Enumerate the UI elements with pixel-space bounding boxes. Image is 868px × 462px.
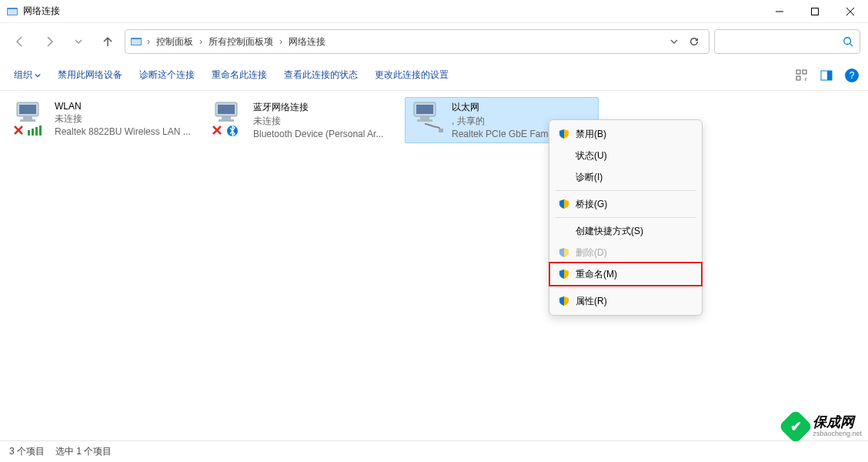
preview-pane-icon[interactable] xyxy=(820,69,833,82)
nav-bar: › 控制面板 › 所有控制面板项 › 网络连接 xyxy=(0,23,868,60)
address-icon xyxy=(130,35,142,48)
minimize-button[interactable] xyxy=(762,0,797,23)
chevron-right-icon: › xyxy=(198,36,204,47)
window-title: 网络连接 xyxy=(23,5,762,18)
shield-icon xyxy=(559,269,569,280)
shield-icon xyxy=(559,296,569,306)
item-count: 3 个项目 xyxy=(9,445,45,458)
svg-rect-38 xyxy=(439,129,443,132)
menu-separator xyxy=(556,190,696,191)
refresh-icon[interactable] xyxy=(689,36,699,47)
svg-rect-7 xyxy=(132,39,141,45)
adapter-status: 未连接 xyxy=(55,112,198,126)
menu-separator xyxy=(556,217,696,218)
network-adapter-icon xyxy=(211,101,246,129)
close-button[interactable] xyxy=(833,0,868,23)
chevron-down-icon xyxy=(35,72,41,79)
chevron-down-icon[interactable] xyxy=(670,38,678,45)
svg-point-14 xyxy=(805,79,806,81)
adapter-name: 蓝牙网络连接 xyxy=(253,101,396,114)
help-icon[interactable]: ? xyxy=(845,69,859,82)
svg-point-13 xyxy=(805,78,806,79)
search-icon xyxy=(843,36,853,47)
svg-rect-36 xyxy=(420,116,429,119)
change-settings-button[interactable]: 更改此连接的设置 xyxy=(370,65,453,85)
maximize-button[interactable] xyxy=(797,0,833,23)
svg-rect-18 xyxy=(19,105,36,114)
search-input[interactable] xyxy=(714,29,860,54)
svg-rect-29 xyxy=(222,116,231,119)
ctx-disable[interactable]: 禁用(B) xyxy=(549,123,702,145)
ctx-diagnose[interactable]: 诊断(I) xyxy=(549,166,702,188)
adapter-item-bluetooth[interactable]: 蓝牙网络连接 未连接 Bluetooth Device (Personal Ar… xyxy=(206,97,400,143)
watermark-badge-icon: ✔ xyxy=(779,409,813,444)
svg-rect-11 xyxy=(803,70,806,74)
disconnected-badge-icon xyxy=(12,126,48,136)
ctx-status[interactable]: 状态(U) xyxy=(549,145,702,166)
menu-separator xyxy=(556,287,696,288)
ctx-rename[interactable]: 重命名(M) xyxy=(549,263,702,285)
diagnose-connection-button[interactable]: 诊断这个连接 xyxy=(135,65,199,85)
view-options-icon[interactable] xyxy=(796,69,808,82)
disconnected-bluetooth-badge-icon xyxy=(211,126,246,136)
content-area: WLAN 未连接 Realtek 8822BU Wireless LAN ...… xyxy=(0,91,868,440)
adapter-status: 未连接 xyxy=(253,114,396,129)
svg-rect-25 xyxy=(35,127,38,136)
title-bar: 网络连接 xyxy=(0,0,868,23)
svg-rect-26 xyxy=(39,126,42,136)
ctx-shortcut[interactable]: 创建快捷方式(S) xyxy=(549,220,702,242)
shield-icon xyxy=(559,129,569,139)
svg-point-8 xyxy=(844,38,851,45)
command-bar: 组织 禁用此网络设备 诊断这个连接 重命名此连接 查看此连接的状态 更改此连接的… xyxy=(0,60,868,91)
svg-rect-28 xyxy=(218,105,235,114)
disable-device-button[interactable]: 禁用此网络设备 xyxy=(53,65,127,85)
view-status-button[interactable]: 查看此连接的状态 xyxy=(279,65,362,85)
rename-connection-button[interactable]: 重命名此连接 xyxy=(207,65,272,85)
context-menu: 禁用(B) 状态(U) 诊断(I) 桥接(G) 创建快捷方式(S) 删除(D) … xyxy=(549,119,703,316)
svg-rect-16 xyxy=(827,71,832,80)
shield-icon xyxy=(559,247,569,258)
svg-line-9 xyxy=(850,44,853,47)
recent-button[interactable] xyxy=(66,29,91,54)
svg-rect-19 xyxy=(23,116,32,119)
svg-rect-35 xyxy=(416,105,433,114)
address-bar[interactable]: › 控制面板 › 所有控制面板项 › 网络连接 xyxy=(125,29,709,54)
svg-rect-10 xyxy=(796,70,800,74)
adapter-device: Bluetooth Device (Personal Ar... xyxy=(253,129,396,139)
back-button[interactable] xyxy=(8,29,32,54)
ctx-delete: 删除(D) xyxy=(549,242,702,263)
up-button[interactable] xyxy=(95,29,120,54)
organize-menu[interactable]: 组织 xyxy=(9,65,45,85)
selected-count: 选中 1 个项目 xyxy=(55,445,112,458)
ctx-bridge[interactable]: 桥接(G) xyxy=(549,193,702,215)
svg-rect-3 xyxy=(812,8,819,15)
chevron-right-icon: › xyxy=(278,36,284,47)
watermark: ✔ 保成网 zsbaocheng.net xyxy=(783,414,862,439)
status-bar: 3 个项目 选中 1 个项目 xyxy=(0,440,868,462)
breadcrumb-leaf[interactable]: 网络连接 xyxy=(287,35,327,49)
svg-rect-30 xyxy=(219,119,234,122)
window-icon xyxy=(6,5,18,18)
svg-rect-37 xyxy=(417,119,432,122)
forward-button[interactable] xyxy=(37,29,62,54)
svg-rect-24 xyxy=(32,129,34,136)
shield-icon xyxy=(559,199,569,209)
watermark-url: zsbaocheng.net xyxy=(813,430,862,438)
svg-rect-20 xyxy=(20,119,35,122)
breadcrumb-root[interactable]: 控制面板 xyxy=(155,35,195,49)
watermark-name: 保成网 xyxy=(813,415,862,430)
adapter-device: Realtek 8822BU Wireless LAN ... xyxy=(55,126,198,137)
network-adapter-icon xyxy=(409,101,445,135)
adapter-name: 以太网 xyxy=(452,101,595,114)
adapter-name: WLAN xyxy=(55,101,198,112)
breadcrumb-mid[interactable]: 所有控制面板项 xyxy=(207,35,275,49)
ctx-properties[interactable]: 属性(R) xyxy=(549,290,702,312)
chevron-right-icon: › xyxy=(145,36,152,47)
adapter-item-wlan[interactable]: WLAN 未连接 Realtek 8822BU Wireless LAN ... xyxy=(8,97,202,143)
network-adapter-icon xyxy=(12,101,48,129)
svg-rect-1 xyxy=(8,9,17,15)
svg-rect-12 xyxy=(796,76,800,80)
svg-rect-23 xyxy=(28,130,30,136)
